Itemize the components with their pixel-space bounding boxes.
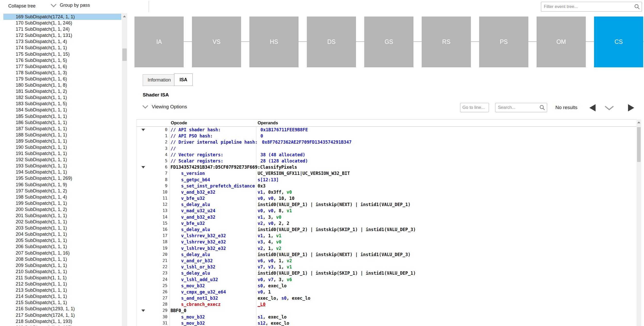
event-tree-item[interactable]: 193 SubDispatch(1, 1, 1) [3, 163, 121, 169]
collapse-triangle-icon[interactable] [141, 166, 145, 168]
event-tree-item[interactable]: 179 SubDispatch(1, 1, 6) [3, 76, 121, 82]
pipeline-stage-ds[interactable]: DS [307, 17, 356, 67]
event-tree-item[interactable]: 212 SubDispatch(1, 1, 1) [3, 281, 121, 287]
isa-row[interactable]: 26v_cmpx_ge_u32_e64v0, 1 [137, 289, 637, 295]
isa-row[interactable]: 30s_mov_b32s1, exec_lo [137, 314, 637, 320]
event-tree-item[interactable]: 194 SubDispatch(1, 1, 1) [3, 169, 121, 175]
event-tree-item[interactable]: 190 SubDispatch(1, 1, 1) [3, 144, 121, 150]
event-tree-item[interactable]: 183 SubDispatch(1, 1, 5) [3, 101, 121, 107]
event-tree-item[interactable]: 214 SubDispatch(1, 1, 1) [3, 293, 121, 299]
tab-isa[interactable]: ISA [174, 74, 193, 86]
isa-row[interactable]: 2// Driver internal pipeline hash:0x8F76… [137, 139, 637, 145]
isa-row[interactable]: 29BBF0_0 [137, 307, 637, 314]
operands-column-header[interactable]: Operands [256, 120, 637, 126]
isa-row[interactable]: 10v_and_b32_e32v1, 0x3ff, v0 [137, 189, 637, 195]
isa-row[interactable]: 24v_lshl_add_u32v0, v7, 3, v6 [137, 276, 637, 283]
event-tree-item[interactable]: 206 SubDispatch(1, 1, 1) [3, 243, 121, 250]
event-tree-item[interactable]: 174 SubDispatch(1, 1, 1) [3, 45, 121, 51]
event-tree-item[interactable]: 181 SubDispatch(1, 1, 2) [3, 88, 121, 94]
isa-row[interactable]: 18v_lshrrev_b32_e32v3, 4, v0 [137, 239, 637, 245]
event-tree-item[interactable]: 182 SubDispatch(1, 1, 1) [3, 94, 121, 101]
isa-row[interactable]: 4// Vector registers:38 (48 allocated) [137, 152, 637, 158]
event-tree-item[interactable]: 172 SubDispatch(1, 1, 131) [3, 32, 121, 38]
isa-row[interactable]: 1// API PSO hash:0 [137, 133, 637, 139]
pipeline-stage-ps[interactable]: PS [479, 17, 528, 67]
collapse-triangle-icon[interactable] [141, 129, 145, 131]
next-result-button[interactable] [628, 104, 634, 111]
pipeline-stage-cs[interactable]: CS [594, 17, 643, 67]
pipeline-stage-vs[interactable]: VS [192, 17, 241, 67]
event-tree-scrollbar[interactable] [122, 13, 127, 326]
event-tree-item[interactable]: 180 SubDispatch(1, 1, 8) [3, 82, 121, 88]
isa-row[interactable]: 9s_set_inst_prefetch_distance0x3 [137, 183, 637, 189]
isa-row[interactable]: 11v_bfe_u32v0, v0, 10, 10 [137, 195, 637, 201]
event-tree-item[interactable]: 187 SubDispatch(1, 1, 1) [3, 126, 121, 132]
pipeline-stage-hs[interactable]: HS [249, 17, 299, 67]
isa-row[interactable]: 3// [137, 145, 637, 152]
event-tree-item[interactable]: 207 SubDispatch(1, 1, 16) [3, 250, 121, 256]
isa-row[interactable]: 28s_cbranch_execz_L0 [137, 301, 637, 307]
event-tree-item[interactable]: 191 SubDispatch(1, 1, 1) [3, 150, 121, 157]
event-tree-item[interactable]: 171 SubDispatch(1, 1, 24) [3, 26, 121, 32]
isa-row[interactable]: 19v_lshlrev_b32_e32v2, 1, v2 [137, 245, 637, 251]
event-tree-item[interactable]: 196 SubDispatch(1, 1, 9) [3, 182, 121, 188]
event-tree-item[interactable]: 169 SubDispatch(1724, 1, 1) [3, 14, 121, 20]
event-tree-item[interactable]: 186 SubDispatch(1, 1, 1) [3, 119, 121, 126]
isa-scrollbar[interactable] [637, 119, 641, 326]
isa-row[interactable]: 31s_mov_b32s12, exec_lo [137, 320, 637, 326]
event-tree-item[interactable]: 199 SubDispatch(1, 1, 1) [3, 200, 121, 206]
event-tree-item[interactable]: 211 SubDispatch(1, 1, 1) [3, 275, 121, 281]
isa-row[interactable]: 12s_delay_aluinstid0(VALU_DEP_1) | insts… [137, 201, 637, 208]
event-tree-item[interactable]: 218 SubDispatch(1, 1, 193) [3, 318, 121, 324]
scroll-up-icon[interactable] [637, 121, 640, 123]
event-tree-item[interactable]: 202 SubDispatch(1, 1, 1) [3, 219, 121, 225]
event-tree-item[interactable]: 178 SubDispatch(1, 1, 3) [3, 70, 121, 76]
event-tree-item[interactable]: 176 SubDispatch(1, 1, 5) [3, 57, 121, 63]
event-tree-item[interactable]: 204 SubDispatch(1, 1, 1) [3, 231, 121, 237]
event-tree-scrollbar-thumb[interactable] [122, 48, 127, 61]
goto-line-input[interactable] [460, 103, 489, 112]
event-tree-item[interactable]: 185 SubDispatch(1, 1, 1) [3, 113, 121, 119]
event-tree-item[interactable]: 203 SubDispatch(1, 1, 1) [3, 225, 121, 231]
event-tree-item[interactable]: 173 SubDispatch(1, 1, 4) [3, 38, 121, 45]
event-tree-item[interactable]: 195 SubDispatch(1, 1, 269) [3, 175, 121, 181]
isa-row[interactable]: 15v_bfe_u32v2, v0, 2, 2 [137, 220, 637, 226]
isa-row[interactable]: 23s_delay_aluinstid0(VALU_DEP_1) | insts… [137, 270, 637, 276]
event-tree-item[interactable]: 170 SubDispatch(1, 1, 246) [3, 20, 121, 26]
tab-information[interactable]: Information [143, 74, 176, 86]
previous-result-button[interactable] [589, 104, 596, 111]
event-tree-item[interactable]: 213 SubDispatch(1, 1, 1) [3, 287, 121, 293]
event-tree-item[interactable]: 215 SubDispatch(1, 1, 1) [3, 299, 121, 306]
event-tree-item[interactable]: 210 SubDispatch(1, 1, 1) [3, 268, 121, 275]
event-tree-item[interactable]: 216 SubDispatch(1293, 1, 1) [3, 306, 121, 312]
event-tree-item[interactable]: 208 SubDispatch(1, 1, 1) [3, 256, 121, 262]
isa-row[interactable]: 25s_mov_b32s0, exec_lo [137, 283, 637, 289]
event-tree-item[interactable]: 184 SubDispatch(1, 1, 1) [3, 107, 121, 113]
pipeline-stage-om[interactable]: OM [537, 17, 586, 67]
event-tree-item[interactable]: 192 SubDispatch(1, 1, 1) [3, 157, 121, 163]
filter-event-tree-input[interactable] [541, 2, 642, 11]
event-tree-item[interactable]: 175 SubDispatch(1, 1, 15) [3, 51, 121, 57]
isa-row[interactable]: 6FD1343574291B347:D5CF07F92E73F669:Class… [137, 164, 637, 170]
isa-row[interactable]: 0// API shader hash:0x1B176711FEE9B8FE [137, 127, 637, 133]
isa-row[interactable]: 13v_mad_u32_u24v0, v0, 8, v1 [137, 208, 637, 214]
isa-row[interactable]: 5// Scalar registers:28 (128 allocated) [137, 158, 637, 164]
isa-row[interactable]: 20s_delay_aluinstid0(VALU_DEP_1) | insts… [137, 251, 637, 258]
isa-row[interactable]: 14v_and_b32_e32v1, 3, v0 [137, 214, 637, 220]
event-tree-item[interactable]: 188 SubDispatch(1, 1, 1) [3, 132, 121, 138]
isa-row[interactable]: 21v_and_or_b32v6, v0, 1, v2 [137, 258, 637, 264]
event-tree-item[interactable]: 177 SubDispatch(1, 1, 6) [3, 63, 121, 70]
event-tree-item[interactable]: 205 SubDispatch(1, 1, 1) [3, 237, 121, 243]
isa-row[interactable]: 8s_getpc_b64s[12:13] [137, 177, 637, 183]
event-tree-item[interactable]: 189 SubDispatch(1, 1, 1) [3, 138, 121, 144]
event-tree-item[interactable]: 217 SubDispatch(1724, 1, 1) [3, 312, 121, 318]
event-tree-item[interactable]: 209 SubDispatch(1, 1, 1) [3, 262, 121, 268]
event-tree-item[interactable]: 197 SubDispatch(1, 1, 2) [3, 188, 121, 194]
pipeline-stage-gs[interactable]: GS [364, 17, 413, 67]
event-tree-item[interactable]: 201 SubDispatch(1, 1, 1) [3, 213, 121, 219]
pipeline-stage-ia[interactable]: IA [134, 17, 184, 67]
viewing-options-toggle[interactable]: Viewing Options [142, 104, 187, 110]
isa-row[interactable]: 16s_delay_aluinstid0(VALU_DEP_2) | insts… [137, 226, 637, 233]
collapse-triangle-icon[interactable] [141, 309, 145, 312]
event-tree-item[interactable]: 219 SubDispatch(1, 1, 105) [3, 324, 121, 326]
